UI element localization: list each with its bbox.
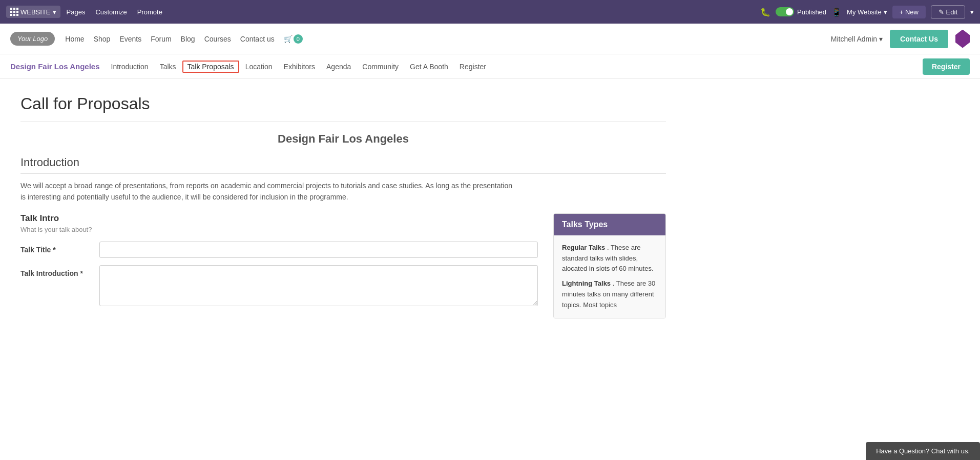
cart-count: 0 [297, 36, 300, 42]
sub-nav-talk-proposals[interactable]: Talk Proposals [182, 61, 239, 73]
cart-icon[interactable]: 🛒 0 [284, 34, 303, 44]
mobile-icon: 📱 [831, 7, 842, 17]
form-section-subtitle: What is your talk about? [20, 226, 538, 233]
contact-us-button[interactable]: Contact Us [890, 30, 948, 48]
site-logo[interactable]: Your Logo [10, 32, 55, 46]
nav-forum[interactable]: Forum [151, 35, 171, 43]
edit-button[interactable]: ✎ Edit [931, 5, 965, 19]
bug-icon: 🐛 [760, 7, 770, 17]
more-options-chevron: ▾ [970, 8, 974, 16]
content-layout: Talk Intro What is your talk about? Talk… [20, 213, 666, 318]
my-website-chevron: ▾ [884, 8, 887, 16]
section-heading: Design Fair Los Angeles [20, 132, 666, 146]
talks-types-card: Talks Types Regular Talks . These are st… [553, 213, 666, 318]
new-button[interactable]: + New [892, 6, 926, 18]
toggle-switch-handle[interactable] [776, 7, 794, 16]
nav-home[interactable]: Home [65, 35, 84, 43]
sidebar-column: Talks Types Regular Talks . These are st… [553, 213, 666, 318]
talk-introduction-row: Talk Introduction * [20, 265, 538, 306]
regular-talks-text: Regular Talks . These are standard talks… [562, 243, 657, 274]
my-website-label: My Website [847, 8, 882, 16]
form-section-title: Talk Intro [20, 213, 538, 224]
sub-nav-introduction[interactable]: Introduction [106, 61, 154, 73]
admin-bar: WEBSITE ▾ Pages Customize Promote 🐛 Publ… [0, 0, 980, 24]
pages-button[interactable]: Pages [62, 6, 90, 18]
cart-badge: 0 [294, 34, 303, 44]
customize-button[interactable]: Customize [91, 6, 131, 18]
register-button[interactable]: Register [923, 58, 970, 75]
page-title: Call for Proposals [20, 94, 666, 122]
intro-text: We will accept a broad range of presenta… [20, 180, 666, 203]
odoo-logo [955, 30, 970, 48]
published-toggle[interactable]: Published [776, 7, 826, 16]
sub-nav-links: Introduction Talks Talk Proposals Locati… [106, 61, 921, 73]
form-column: Talk Intro What is your talk about? Talk… [20, 213, 538, 318]
nav-events[interactable]: Events [119, 35, 141, 43]
sub-nav-title[interactable]: Design Fair Los Angeles [10, 62, 100, 71]
sub-nav-talks[interactable]: Talks [155, 61, 181, 73]
top-nav-links: Home Shop Events Forum Blog Courses Cont… [65, 34, 821, 44]
lightning-talks-label: Lightning Talks [562, 279, 611, 287]
cart-symbol: 🛒 [284, 35, 293, 43]
talk-title-input[interactable] [99, 242, 538, 258]
intro-text-start: We will accept a broad range of presenta… [20, 182, 512, 190]
user-menu[interactable]: Mitchell Admin ▾ [831, 35, 883, 43]
grid-icon [10, 8, 18, 16]
intro-divider [20, 173, 666, 174]
talk-introduction-textarea[interactable] [99, 265, 538, 306]
sub-nav-get-a-booth[interactable]: Get A Booth [405, 61, 453, 73]
lightning-talks-text: Lightning Talks . These are 30 minutes t… [562, 278, 657, 310]
intro-text-end: is interesting and potentially useful to… [20, 193, 348, 201]
published-label: Published [797, 8, 826, 16]
nav-shop[interactable]: Shop [94, 35, 111, 43]
talk-introduction-label: Talk Introduction * [20, 265, 92, 277]
talks-types-body: Regular Talks . These are standard talks… [554, 235, 665, 318]
talks-types-header: Talks Types [554, 214, 665, 235]
sub-nav-exhibitors[interactable]: Exhibitors [279, 61, 320, 73]
sub-nav-register[interactable]: Register [454, 61, 491, 73]
user-chevron-icon: ▾ [879, 35, 883, 43]
sub-nav-location[interactable]: Location [240, 61, 278, 73]
my-website-dropdown[interactable]: My Website ▾ [847, 8, 887, 16]
sub-nav-agenda[interactable]: Agenda [321, 61, 356, 73]
talk-title-row: Talk Title * [20, 242, 538, 258]
website-chevron-icon: ▾ [53, 8, 56, 16]
nav-contact-us[interactable]: Contact us [240, 35, 275, 43]
website-menu-button[interactable]: WEBSITE ▾ [6, 6, 60, 18]
main-content: Call for Proposals Design Fair Los Angel… [0, 79, 686, 334]
top-nav-right: Mitchell Admin ▾ Contact Us [831, 30, 970, 48]
user-name: Mitchell Admin [831, 35, 877, 43]
sub-nav: Design Fair Los Angeles Introduction Tal… [0, 54, 980, 79]
nav-blog[interactable]: Blog [181, 35, 195, 43]
regular-talks-label: Regular Talks [562, 244, 605, 251]
intro-section-title: Introduction [20, 156, 666, 169]
talk-title-label: Talk Title * [20, 242, 92, 254]
nav-courses[interactable]: Courses [204, 35, 231, 43]
promote-button[interactable]: Promote [133, 6, 166, 18]
sub-nav-community[interactable]: Community [357, 61, 404, 73]
logo-text: Your Logo [17, 35, 48, 43]
top-nav: Your Logo Home Shop Events Forum Blog Co… [0, 24, 980, 54]
website-label: WEBSITE [20, 8, 51, 16]
